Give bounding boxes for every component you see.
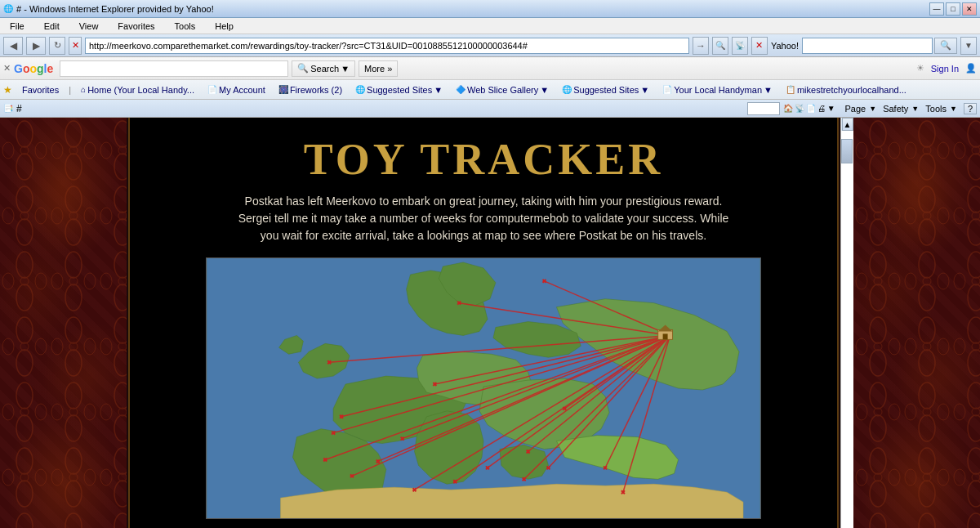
favorites-link[interactable]: Favorites — [19, 83, 62, 96]
right-sidebar-decor — [853, 118, 980, 528]
page-tools-icon: 🏠 — [783, 104, 793, 113]
rss-icon2: 📡 — [795, 104, 804, 113]
menu-edit[interactable]: Edit — [41, 20, 63, 33]
page-description: Postkat has left Meerkovo to embark on g… — [218, 193, 749, 257]
window-title: # - Windows Internet Explorer provided b… — [16, 4, 214, 14]
page-dropdown[interactable]: ▼ — [827, 104, 835, 113]
fav-my-account[interactable]: 📄 My Account — [204, 83, 269, 96]
scroll-track[interactable] — [841, 131, 853, 528]
close-tab-small[interactable]: ✕ — [3, 63, 11, 74]
page-title: TOY TRACKER — [304, 118, 664, 193]
page-inner: TOY TRACKER Postkat has left Meerkovo to… — [128, 118, 839, 528]
address-input[interactable] — [85, 38, 689, 54]
svg-rect-86 — [853, 118, 980, 528]
svg-marker-19 — [281, 484, 743, 518]
left-sidebar-decor — [0, 118, 127, 528]
yahoo-search-button[interactable]: 🔍 — [934, 38, 957, 54]
suggested-icon2: 🌐 — [562, 85, 572, 94]
safety-label[interactable]: Safety — [883, 104, 908, 114]
tab-label[interactable]: # — [16, 103, 22, 114]
google-search-button[interactable]: 🔍 Search ▼ — [292, 60, 355, 77]
menu-favorites[interactable]: Favorites — [114, 20, 158, 33]
go-button[interactable]: → — [693, 37, 709, 55]
google-more-button[interactable]: More » — [359, 60, 398, 77]
menu-tools[interactable]: Tools — [172, 20, 199, 33]
chevron-down-icon3: ▼ — [640, 85, 649, 95]
page-chevron: ▼ — [869, 105, 876, 113]
maximize-button[interactable]: □ — [946, 2, 960, 16]
google-logo: Google — [14, 62, 53, 75]
tab-icon: 📑 — [3, 104, 13, 113]
page-btn[interactable]: 📄 — [806, 104, 816, 113]
toolbar-right: ☀ Sign In 👤 — [916, 63, 977, 74]
search-icon: 🔍 — [940, 40, 951, 51]
ie-icon: 🌐 — [3, 4, 13, 13]
minimize-button[interactable]: — — [929, 2, 944, 16]
menu-view[interactable]: View — [76, 20, 102, 33]
google-search-input[interactable] — [60, 60, 288, 77]
home-fav-icon: ⌂ — [81, 85, 86, 94]
browser-content: TOY TRACKER Postkat has left Meerkovo to… — [0, 118, 980, 528]
window-controls[interactable]: — □ ✕ — [929, 2, 977, 16]
back-button[interactable]: ◀ — [3, 37, 23, 55]
command-bar: 📑 # 🏠 📡 📄 🖨 ▼ Page ▼ Safety ▼ Tools ▼ ? — [0, 100, 980, 118]
map-container — [206, 257, 761, 519]
fav-home[interactable]: ⌂ Home (Your Local Handy... — [78, 83, 198, 96]
svg-rect-80 — [663, 333, 668, 339]
fav-suggested-sites-2[interactable]: 🌐 Suggested Sites ▼ — [559, 83, 653, 96]
print-icon: 🖨 — [817, 104, 826, 113]
search-icon: 🔍 — [297, 63, 309, 74]
fav-web-slice[interactable]: 🔷 Web Slice Gallery ▼ — [452, 83, 552, 96]
menu-help[interactable]: Help — [212, 20, 237, 33]
menu-file[interactable]: File — [7, 20, 28, 33]
vertical-scrollbar[interactable]: ▲ ▼ — [840, 118, 853, 528]
yahoo-options-button[interactable]: ▼ — [960, 37, 977, 55]
sign-in-label[interactable]: Sign In — [931, 64, 959, 74]
title-bar: 🌐 # - Windows Internet Explorer provided… — [0, 0, 980, 18]
chevron-down-icon: ▼ — [434, 85, 443, 95]
google-toolbar: ✕ Google 🔍 Search ▼ More » ☀ Sign In 👤 — [0, 57, 980, 80]
search-icon-btn[interactable]: 🔍 — [712, 37, 728, 55]
chevron-down-icon4: ▼ — [764, 85, 773, 95]
page-fav-icon: 📄 — [207, 85, 217, 94]
scroll-thumb[interactable] — [841, 139, 853, 163]
favorites-bar: ★ Favorites | ⌂ Home (Your Local Handy..… — [0, 80, 980, 100]
safety-chevron: ▼ — [911, 105, 919, 113]
refresh-button[interactable]: ↻ — [49, 37, 65, 55]
fav-fireworks[interactable]: 🎆 Fireworks (2) — [275, 83, 345, 96]
address-bar: ◀ ▶ ↻ ✕ → 🔍 📡 ✕ Yahoo! 🔍 ▼ — [0, 34, 980, 57]
forward-button[interactable]: ▶ — [26, 37, 46, 55]
fav-local-handyman[interactable]: 📄 Your Local Handyman ▼ — [659, 83, 776, 96]
scroll-up-button[interactable]: ▲ — [842, 118, 853, 131]
web-slice-icon: 🔷 — [456, 85, 466, 94]
map-svg — [207, 258, 760, 518]
fireworks-fav-icon: 🎆 — [278, 85, 288, 94]
stop-button[interactable]: ✕ — [69, 37, 82, 55]
handyman-icon: 📄 — [662, 85, 672, 94]
chevron-down-icon2: ▼ — [540, 85, 549, 95]
tools-label[interactable]: Tools — [925, 104, 947, 114]
page-number-input[interactable] — [747, 102, 780, 115]
tools-chevron: ▼ — [950, 105, 957, 113]
menu-bar: File Edit View Favorites Tools Help — [0, 18, 980, 34]
help-label[interactable]: ? — [964, 103, 977, 114]
rss-button[interactable]: 📡 — [732, 37, 748, 55]
close-button[interactable]: ✕ — [962, 2, 977, 16]
close-tab-btn[interactable]: ✕ — [751, 37, 768, 55]
suggested-icon1: 🌐 — [355, 85, 365, 94]
svg-rect-5 — [0, 118, 127, 528]
fav-suggested-sites-1[interactable]: 🌐 Suggested Sites ▼ — [352, 83, 446, 96]
yahoo-search-input[interactable] — [802, 38, 933, 54]
google-account-icon[interactable]: 👤 — [965, 63, 977, 74]
mike-icon: 📋 — [786, 85, 795, 94]
page-label[interactable]: Page — [845, 104, 866, 114]
page-content: TOY TRACKER Postkat has left Meerkovo to… — [127, 118, 840, 528]
fav-mike-stretch[interactable]: 📋 mikestretchyourlocalhand... — [782, 83, 910, 96]
